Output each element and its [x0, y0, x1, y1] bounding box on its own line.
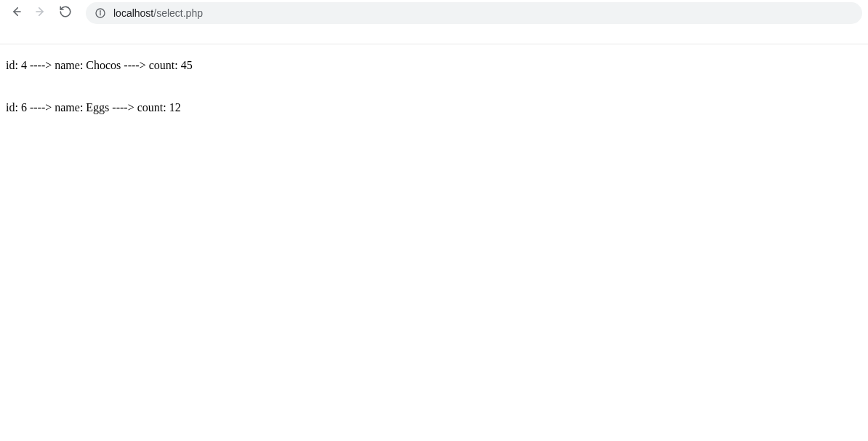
arrow-right-icon [34, 5, 47, 21]
name-value: Chocos [86, 59, 121, 71]
name-value: Eggs [86, 101, 109, 114]
separator: ----> [27, 59, 55, 71]
reload-icon [59, 5, 72, 21]
forward-button[interactable] [31, 3, 51, 23]
url-path: /select.php [153, 7, 203, 19]
browser-toolbar: localhost/select.php [0, 0, 868, 26]
address-bar[interactable]: localhost/select.php [86, 2, 862, 24]
count-value: 45 [181, 59, 193, 71]
svg-point-4 [100, 11, 101, 12]
separator: ----> [109, 101, 137, 114]
id-value: 6 [21, 101, 27, 114]
record-row: id: 6 ----> name: Eggs ----> count: 12 [6, 100, 862, 116]
arrow-left-icon [9, 5, 23, 21]
record-row: id: 4 ----> name: Chocos ----> count: 45 [6, 57, 862, 74]
id-label: id: [6, 59, 21, 71]
page-content: id: 4 ----> name: Chocos ----> count: 45… [0, 44, 868, 148]
name-label: name: [55, 101, 86, 114]
back-button[interactable] [6, 3, 26, 23]
separator: ----> [27, 101, 55, 114]
url-text: localhost/select.php [113, 7, 203, 19]
info-icon [95, 7, 106, 19]
id-value: 4 [21, 59, 27, 71]
url-host: localhost [113, 7, 153, 19]
separator: ----> [121, 59, 148, 71]
count-label: count: [149, 59, 181, 71]
reload-button[interactable] [55, 3, 76, 23]
count-label: count: [137, 101, 169, 114]
count-value: 12 [169, 101, 181, 114]
name-label: name: [55, 59, 86, 71]
id-label: id: [6, 101, 21, 114]
